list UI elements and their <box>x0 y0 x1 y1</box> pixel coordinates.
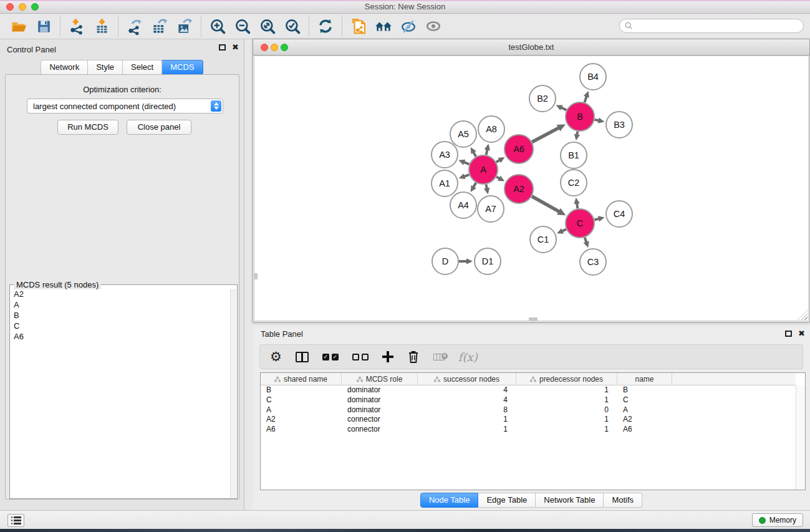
toolbar-separator <box>201 16 201 37</box>
canvas-vertical-scroll-thumb[interactable] <box>254 273 258 279</box>
shared-column-icon <box>357 377 363 382</box>
graph-edge-A6-B[interactable] <box>532 127 559 142</box>
result-list-item[interactable]: A <box>10 299 230 310</box>
zoom-out-icon <box>234 18 251 35</box>
select-all-button[interactable]: ✓ ✓ <box>322 347 339 366</box>
tab-node-table[interactable]: Node Table <box>420 493 479 508</box>
tab-network[interactable]: Network <box>41 60 88 75</box>
tab-style[interactable]: Style <box>88 60 123 75</box>
delete-column-button[interactable] <box>407 347 420 366</box>
tab-motifs[interactable]: Motifs <box>604 493 642 508</box>
criterion-dropdown[interactable]: largest connected component (directed) <box>27 99 223 114</box>
graph-node-label-B1: B1 <box>568 150 579 160</box>
function-builder-button[interactable]: f(x) <box>458 347 478 366</box>
float-panel-icon[interactable] <box>219 44 226 51</box>
table-row[interactable]: A2connector11A2 <box>261 415 796 425</box>
graph-node-label-A3: A3 <box>439 150 450 160</box>
memory-button[interactable]: Memory <box>752 513 803 527</box>
graph-edge-A2-C[interactable] <box>532 196 560 212</box>
toolbar-separator <box>309 16 309 37</box>
graph-node-label-A7: A7 <box>485 204 496 214</box>
open-folder-icon <box>11 18 27 35</box>
column-header-successor-nodes[interactable]: successor nodes <box>418 373 516 385</box>
zoom-in-button[interactable] <box>205 16 230 37</box>
tab-network-table[interactable]: Network Table <box>536 493 604 508</box>
table-row[interactable]: Adominator80A <box>261 405 796 415</box>
trash-icon <box>407 350 420 364</box>
graph-node-label-B2: B2 <box>537 94 548 104</box>
close-panel-button[interactable]: Close panel <box>127 120 191 135</box>
export-image-button[interactable] <box>172 16 197 37</box>
close-panel-icon[interactable]: ✖ <box>232 44 239 51</box>
table-settings-button[interactable]: ⚙ <box>270 347 282 366</box>
control-panel: Control Panel ✖ NetworkStyleSelectMCDS O… <box>0 39 244 510</box>
column-visibility-button[interactable] <box>296 347 309 366</box>
column-header-mcds-role[interactable]: MCDS role <box>342 373 418 385</box>
column-header-predecessor-nodes[interactable]: predecessor nodes <box>516 373 617 385</box>
search-input[interactable] <box>636 22 798 31</box>
export-network-button[interactable] <box>122 16 147 37</box>
zoom-out-button[interactable] <box>230 16 255 37</box>
titlebar-accent-line <box>0 0 810 1</box>
control-panel-tabs: NetworkStyleSelectMCDS <box>0 60 244 75</box>
mcds-tab-content: Optimization criterion: largest connecte… <box>5 74 239 500</box>
apply-layout-button[interactable] <box>313 16 338 37</box>
tab-edge-table[interactable]: Edge Table <box>478 493 536 508</box>
shared-column-icon <box>274 377 281 382</box>
tab-select[interactable]: Select <box>123 60 162 75</box>
mcds-result-list[interactable]: A2ABCA6 <box>10 289 230 498</box>
graph-node-label-C1: C1 <box>538 235 549 244</box>
graph-edge-arrowhead <box>485 144 490 151</box>
app-titlebar: Session: New Session <box>0 0 810 14</box>
run-mcds-button[interactable]: Run MCDS <box>57 120 118 135</box>
table-cell: 1 <box>418 425 516 435</box>
canvas-horizontal-scroll-thumb[interactable] <box>529 317 538 321</box>
close-table-panel-icon[interactable]: ✖ <box>798 331 805 337</box>
criterion-dropdown-value: largest connected component (directed) <box>33 102 176 111</box>
deselect-all-button[interactable] <box>352 347 369 366</box>
graph-node-label-B4: B4 <box>587 72 599 82</box>
tab-mcds[interactable]: MCDS <box>162 60 203 75</box>
delete-table-button[interactable]: ✕ <box>433 347 445 366</box>
chevron-up-down-icon <box>211 100 221 112</box>
table-row[interactable]: A6connector11A6 <box>261 425 796 435</box>
table-cell: 1 <box>418 415 516 425</box>
import-table-button[interactable] <box>89 16 114 37</box>
graph-node-label-A2: A2 <box>513 184 524 194</box>
column-header-name[interactable]: name <box>617 373 672 385</box>
open-file-button[interactable] <box>6 16 31 37</box>
column-header-shared-name[interactable]: shared name <box>261 373 342 385</box>
result-list-item[interactable]: A2 <box>10 289 230 299</box>
show-panels-button[interactable] <box>7 514 24 527</box>
result-list-item[interactable]: A6 <box>10 331 230 342</box>
result-list-item[interactable]: B <box>10 310 230 321</box>
search-icon <box>625 22 633 30</box>
float-table-panel-icon[interactable] <box>785 331 792 337</box>
checked-box-icon: ✓ <box>332 354 339 360</box>
table-row[interactable]: Cdominator41C <box>261 395 796 405</box>
zoom-selected-button[interactable] <box>280 16 305 37</box>
network-canvas[interactable]: B4B2BB3A5A8A6A3B1AA1C2A2A4A7C4CC1C3DD1 <box>254 56 809 321</box>
column-header-label: predecessor nodes <box>539 375 603 384</box>
column-header-label: MCDS role <box>366 375 403 384</box>
toolbar-search[interactable] <box>619 19 804 33</box>
add-column-button[interactable] <box>382 347 393 366</box>
table-row[interactable]: Bdominator41B <box>261 385 796 395</box>
hide-graphics-details-button[interactable] <box>396 16 421 37</box>
export-table-button[interactable] <box>147 16 172 37</box>
result-list-scrollbar[interactable] <box>230 289 236 498</box>
table-cell: dominator <box>342 385 418 395</box>
first-neighbors-button[interactable] <box>371 16 396 37</box>
table-cell: dominator <box>342 405 418 415</box>
new-network-from-selection-button[interactable] <box>346 16 371 37</box>
zoom-fit-button[interactable] <box>255 16 280 37</box>
zoom-fit-icon <box>259 18 276 35</box>
show-graphics-details-button[interactable] <box>421 16 446 37</box>
save-session-button[interactable] <box>31 16 56 37</box>
table-cell: A6 <box>261 425 342 435</box>
import-network-button[interactable] <box>64 16 89 37</box>
result-list-item[interactable]: C <box>10 321 230 331</box>
table-vertical-scrollbar[interactable] <box>796 385 805 490</box>
table-panel: Table Panel ✖ ⚙ ✓ ✓ ✕ f(x) shared nameMC… <box>253 326 810 510</box>
network-window-titlebar[interactable]: testGlobe.txt <box>253 39 809 56</box>
